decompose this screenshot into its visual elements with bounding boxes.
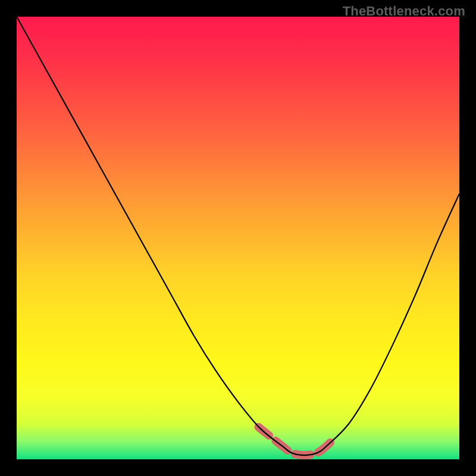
bottleneck-curve-line xyxy=(17,17,459,455)
curve-svg xyxy=(17,17,459,459)
plot-area xyxy=(17,17,459,459)
chart-frame: TheBottleneck.com xyxy=(0,0,476,476)
optimal-region-highlight xyxy=(258,427,335,455)
